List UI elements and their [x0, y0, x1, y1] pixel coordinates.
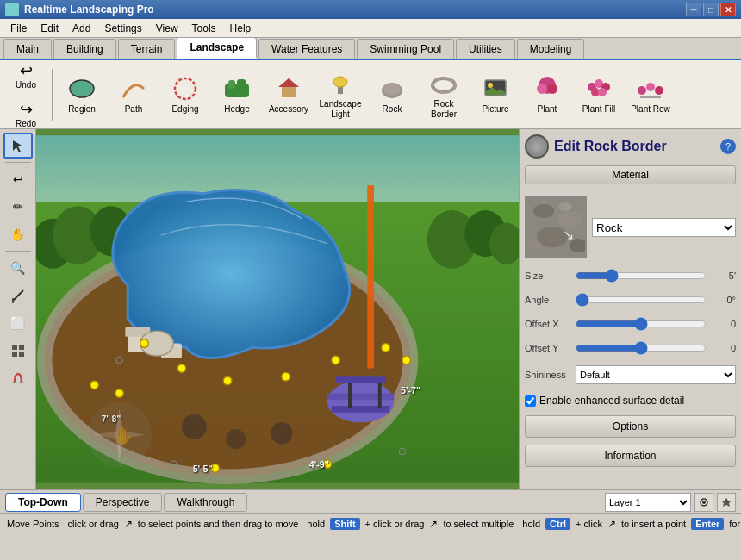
status-select-multiple: to select multiple [439, 518, 517, 530]
tool-plant-label: Plant [538, 104, 557, 115]
close-button[interactable]: ✕ [720, 3, 736, 16]
tool-path[interactable]: Path [109, 65, 158, 124]
redo-button[interactable]: ↪ Redo [5, 96, 47, 132]
maximize-button[interactable]: □ [703, 3, 719, 16]
svg-rect-32 [12, 352, 17, 357]
menu-bar: File Edit Add Settings View Tools Help [0, 19, 741, 38]
svg-point-83 [533, 204, 554, 218]
tab-swimming-pool[interactable]: Swimming Pool [357, 39, 454, 59]
tool-landscape-light[interactable]: Landscape Light [316, 65, 364, 124]
svg-line-28 [13, 290, 23, 301]
svg-rect-51 [348, 383, 352, 408]
status-move-points: Move Points [3, 518, 63, 530]
tool-plant-row[interactable]: Plant Row [626, 65, 675, 124]
tab-utilities[interactable]: Utilities [456, 39, 515, 59]
svg-point-47 [327, 381, 394, 422]
tool-edging-label: Edging [171, 104, 198, 115]
svg-text:5'-5": 5'-5" [193, 464, 213, 474]
grid-button[interactable] [3, 338, 33, 364]
undo-button[interactable]: ↩ Undo [5, 58, 47, 93]
view-tab-topdown[interactable]: Top-Down [5, 493, 81, 512]
angle-slider[interactable] [576, 293, 707, 307]
panel-help-button[interactable]: ? [720, 139, 736, 154]
rock-border-icon [430, 70, 458, 97]
tool-plant[interactable]: Plant [523, 65, 571, 124]
section-material-tab[interactable]: Material [525, 165, 736, 184]
tool-region[interactable]: Region [58, 65, 106, 124]
left-toolbar: ↩ ✏ ✋ 🔍 ⬜ [0, 129, 36, 489]
menu-add[interactable]: Add [65, 21, 97, 36]
tab-landscape[interactable]: Landscape [177, 37, 257, 59]
svg-point-60 [282, 372, 290, 381]
tool-edging[interactable]: Edging [161, 65, 209, 124]
size-label: Size [525, 271, 572, 281]
magnet-button[interactable] [3, 365, 33, 391]
pan-button[interactable]: ✋ [3, 221, 33, 247]
material-thumbnail[interactable]: ↘ [525, 196, 587, 258]
select-tool-button[interactable] [3, 133, 33, 159]
hedge-icon [223, 75, 251, 103]
tool-hedge[interactable]: Hedge [213, 65, 261, 124]
undo-left-button[interactable]: ↩ [3, 166, 33, 192]
toolbar-separator-1 [52, 69, 53, 121]
tool-picture[interactable]: Picture [471, 65, 520, 124]
tool-plant-fill[interactable]: Plant Fill [575, 65, 623, 124]
tab-modeling[interactable]: Modeling [517, 39, 585, 59]
tool-rock[interactable]: Rock [368, 65, 416, 124]
tab-main[interactable]: Main [3, 39, 52, 59]
layer-select-group: Layer 1 [605, 493, 736, 512]
tool-rock-border[interactable]: Rock Border [420, 65, 468, 124]
tool-accessory[interactable]: Accessory [265, 65, 313, 124]
menu-file[interactable]: File [3, 21, 34, 36]
menu-help[interactable]: Help [223, 21, 258, 36]
offset-y-slider[interactable] [576, 341, 707, 355]
layer-settings-button[interactable] [717, 493, 736, 512]
tab-building[interactable]: Building [53, 39, 116, 59]
tab-terrain[interactable]: Terrain [118, 39, 176, 59]
offset-x-slider[interactable] [576, 317, 707, 331]
viewport[interactable]: 7'-8" 5'-5" 4'-9" 5'-7" ✋ [36, 129, 519, 489]
svg-point-8 [333, 77, 347, 87]
size-slider[interactable] [576, 269, 707, 283]
pencil-button[interactable]: ✏ [3, 194, 33, 220]
svg-rect-31 [19, 345, 24, 350]
menu-tools[interactable]: Tools [185, 21, 223, 36]
plant-icon [533, 75, 561, 103]
svg-rect-30 [12, 345, 17, 350]
svg-rect-49 [327, 394, 394, 401]
svg-text:4'-9": 4'-9" [309, 459, 329, 470]
menu-view[interactable]: View [149, 21, 185, 36]
view-tab-walkthrough[interactable]: Walkthrough [164, 493, 247, 512]
shininess-dropdown[interactable]: Default Low Medium High [576, 365, 736, 384]
status-select-drag: to select points and then drag to move [134, 518, 302, 530]
plant-row-icon [637, 75, 664, 103]
svg-point-72 [182, 414, 207, 439]
view-tab-perspective[interactable]: Perspective [83, 493, 163, 512]
accessory-icon [275, 75, 302, 103]
landscape-toolbar: ↩ Undo ↪ Redo Region Path Edging Hedge [0, 60, 741, 129]
layer-dropdown[interactable]: Layer 1 [605, 493, 691, 512]
material-dropdown[interactable]: Rock [592, 218, 736, 237]
minimize-button[interactable]: ─ [686, 3, 701, 16]
enhance-checkbox[interactable] [525, 395, 536, 407]
status-plus-click: + click or drag [362, 518, 428, 530]
tab-water-features[interactable]: Water Features [258, 39, 355, 59]
layer-visibility-button[interactable] [694, 493, 713, 512]
offset-x-value: 0 [710, 319, 736, 329]
measure-button[interactable] [3, 283, 33, 308]
options-button[interactable]: Options [525, 415, 736, 438]
menu-settings[interactable]: Settings [97, 21, 148, 36]
svg-marker-27 [13, 140, 23, 152]
information-button[interactable]: Information [525, 445, 736, 467]
tool-plant-row-label: Plant Row [631, 104, 670, 115]
app-icon [5, 3, 19, 16]
frame-button[interactable]: ⬜ [3, 310, 33, 336]
offset-x-label: Offset X [525, 319, 572, 329]
tool-picture-label: Picture [482, 104, 508, 115]
svg-point-84 [557, 211, 582, 228]
menu-edit[interactable]: Edit [34, 21, 65, 36]
zoom-button[interactable]: 🔍 [3, 255, 33, 281]
left-toolbar-sep-2 [5, 251, 31, 252]
svg-point-62 [382, 344, 390, 352]
cursor-icon-3: ↗ [607, 518, 616, 530]
